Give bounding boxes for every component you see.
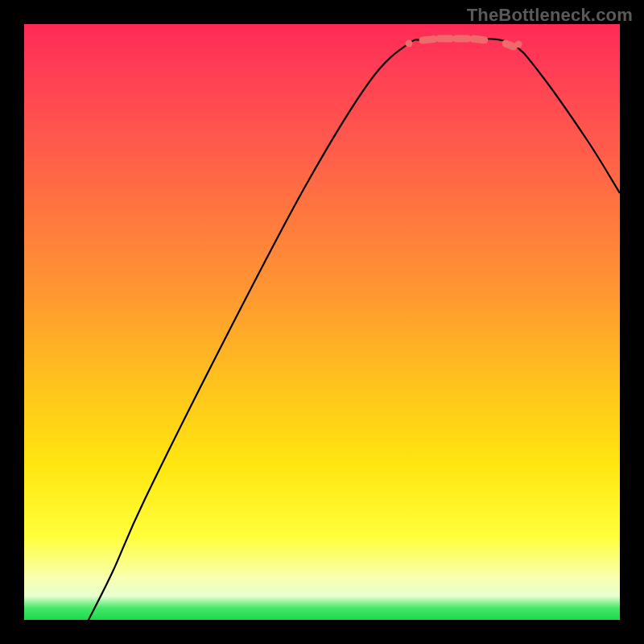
svg-point-1 xyxy=(515,41,522,48)
plot-area xyxy=(24,24,620,620)
curve-svg xyxy=(24,24,620,620)
optimal-range-dots xyxy=(406,39,522,48)
bottleneck-curve xyxy=(89,39,620,620)
watermark-text: TheBottleneck.com xyxy=(467,5,633,26)
svg-point-0 xyxy=(406,40,413,47)
chart-frame: TheBottleneck.com xyxy=(0,0,644,644)
